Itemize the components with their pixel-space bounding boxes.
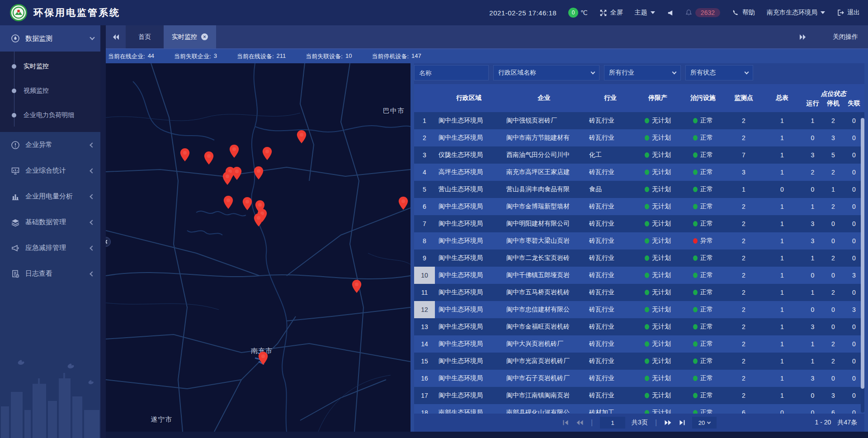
theme-dropdown[interactable]: 主题	[635, 9, 655, 17]
table-row[interactable]: 7 阆中生态环境局 阆中明阳建材有限公司 砖瓦行业 无计划	[414, 215, 864, 232]
map-pin-icon[interactable]	[229, 144, 240, 158]
notifications[interactable]: 2632	[685, 8, 720, 17]
sidebar-item-base-data[interactable]: 基础数据管理	[0, 209, 100, 235]
datetime: 2021-02-25 17:46:18	[489, 9, 557, 17]
scrollbar-thumb[interactable]	[861, 118, 864, 389]
tab-home[interactable]: 首页	[126, 25, 164, 48]
sidebar-item-emergency-reduction[interactable]: 应急减排管理	[0, 235, 100, 261]
help-button[interactable]: 帮助	[732, 9, 755, 17]
cell-region: 阆中生态环境局	[435, 306, 503, 314]
page-number-field[interactable]	[600, 417, 625, 429]
sidebar-item-logs[interactable]: 日志查看	[0, 261, 100, 287]
name-filter-input[interactable]	[419, 69, 484, 76]
map-pin-icon[interactable]	[203, 151, 214, 165]
tab-realtime-monitor[interactable]: 实时监控 ×	[164, 25, 216, 48]
table-row[interactable]: 17 阆中生态环境局 阆中市江南镇阆南页岩 砖瓦行业 无计划	[414, 387, 864, 404]
cell-points: 2	[726, 289, 762, 296]
table-row[interactable]: 13 阆中生态环境局 阆中市金福旺页岩机砖 砖瓦行业 无计划	[414, 318, 864, 335]
col-industry: 行业	[585, 84, 635, 112]
cell-stop-status: 无计划	[635, 409, 680, 414]
cell-industry: 砖瓦行业	[585, 340, 635, 348]
status-dot-icon	[693, 341, 698, 347]
prev-page-button[interactable]	[576, 419, 584, 426]
map-pin-icon[interactable]	[231, 166, 242, 180]
page-size-select[interactable]: 20	[692, 417, 717, 429]
table-scrollbar[interactable]	[861, 112, 864, 413]
status-value: 3	[214, 52, 217, 61]
table-row[interactable]: 10 阆中生态环境局 阆中千佛镇五郎垭页岩 砖瓦行业 无计划	[414, 267, 864, 284]
cell-stopped: 0	[823, 323, 844, 330]
cell-points: 2	[726, 134, 762, 141]
cell-run: 0	[802, 306, 823, 313]
cell-points: 2	[726, 254, 762, 262]
table-row[interactable]: 4 高坪生态环境局 南充市高坪区王家店建 砖瓦行业 无计划	[414, 164, 864, 181]
name-filter-field[interactable]	[414, 65, 489, 80]
table-row[interactable]: 8 阆中生态环境局 阆中市枣碧大梁山页岩 砖瓦行业 无计划	[414, 232, 864, 250]
cell-company: 阆中市忠信建材有限公	[503, 306, 585, 314]
last-page-button[interactable]	[679, 419, 686, 426]
cell-stop-status: 无计划	[635, 254, 680, 262]
industry-filter-select[interactable]: 所有行业	[604, 65, 681, 80]
cell-stopped: 2	[823, 340, 844, 348]
map-pin-icon[interactable]	[253, 213, 264, 227]
row-number: 13	[414, 318, 435, 335]
table-row[interactable]: 14 阆中生态环境局 阆中大兴页岩机砖厂 砖瓦行业 无计划	[414, 335, 864, 353]
first-page-icon	[562, 419, 569, 426]
table-row[interactable]: 18 南部生态环境局 南部县砚化山河有限公 砖材加工 无计划	[414, 404, 864, 414]
first-page-button[interactable]	[562, 419, 569, 426]
speaker-icon	[667, 9, 674, 16]
sidebar-item-power-load-detail[interactable]: 企业电力负荷明细	[0, 103, 100, 127]
cell-industry: 砖瓦行业	[585, 168, 635, 176]
cell-industry: 化工	[585, 151, 635, 159]
table-row[interactable]: 2 阆中生态环境局 阆中市南方节能建材有 砖瓦行业 无计划	[414, 129, 864, 146]
sidebar-item-video-monitor[interactable]: 视频监控	[0, 79, 100, 103]
map-pin-icon[interactable]	[258, 351, 269, 365]
sidebar-item-power-analysis[interactable]: 企业用电量分析	[0, 184, 100, 209]
cell-meters: 1	[762, 220, 802, 227]
table-row[interactable]: 12 阆中生态环境局 阆中市忠信建材有限公 砖瓦行业 无计划	[414, 301, 864, 318]
cell-run: 1	[802, 203, 823, 210]
map-pin-icon[interactable]	[253, 166, 264, 180]
next-page-button[interactable]	[664, 419, 672, 426]
sidebar-item-enterprise-abnormal[interactable]: 企业异常	[0, 132, 100, 158]
status-filter-select[interactable]: 所有状态	[685, 65, 753, 80]
sidebar-item-realtime-monitor[interactable]: 实时监控	[0, 54, 100, 79]
map-pin-icon[interactable]	[242, 197, 253, 211]
table-row[interactable]: 9 阆中生态环境局 阆中市二龙长宝页岩砖 砖瓦行业 无计划	[414, 250, 864, 267]
map-pin-icon[interactable]	[179, 148, 190, 162]
fullscreen-button[interactable]: 全屏	[599, 9, 623, 17]
table-row[interactable]: 1 阆中生态环境局 阆中强锐页岩砖厂 砖瓦行业 无计划	[414, 112, 864, 129]
row-number: 12	[414, 301, 435, 318]
map-pin-icon[interactable]	[398, 196, 409, 210]
row-number: 16	[414, 370, 435, 387]
cell-run: 1	[802, 358, 823, 365]
sidebar-item-enterprise-stats[interactable]: 企业综合统计	[0, 158, 100, 184]
tabs-scroll-right-button[interactable]	[793, 34, 813, 40]
map-pin-icon[interactable]	[351, 279, 362, 293]
close-operations-button[interactable]: 关闭操作	[833, 33, 858, 41]
logout-button[interactable]: 退出	[837, 9, 860, 17]
sidebar-item-data-monitor[interactable]: 数据监测	[0, 25, 100, 52]
cell-points: 2	[726, 203, 762, 210]
mute-button[interactable]	[667, 9, 674, 16]
table-row[interactable]: 11 阆中生态环境局 阆中市五马桥页岩机砖 砖瓦行业 无计划	[414, 284, 864, 301]
table-row[interactable]: 16 阆中生态环境局 阆中市石子页岩机砖厂 砖瓦行业 无计划	[414, 370, 864, 387]
table-row[interactable]: 15 阆中生态环境局 阆中市光富页岩机砖厂 砖瓦行业 无计划	[414, 353, 864, 370]
tabs-scroll-left-button[interactable]	[106, 25, 126, 48]
phone-icon	[732, 9, 739, 16]
table-row[interactable]: 3 仪陇生态环境局 西南油气田分公司川中 化工 无计划	[414, 146, 864, 164]
map-panel[interactable]: 巴中市 南充市 遂宁市	[106, 63, 410, 432]
map-pin-icon[interactable]	[262, 146, 273, 160]
table-row[interactable]: 5 营山生态环境局 营山县润丰肉食品有限 食品 无计划	[414, 181, 864, 198]
page-number-input[interactable]	[600, 419, 625, 426]
status-counter: 当前失联企业: 3	[174, 52, 217, 61]
cell-facility-status: 正常	[680, 168, 726, 176]
record-range-info: 1 - 20 共47条	[815, 419, 857, 427]
tab-close-icon[interactable]: ×	[201, 33, 208, 40]
cell-run: 1	[802, 117, 823, 124]
table-row[interactable]: 6 阆中生态环境局 阆中市金博瑞新型墙材 砖瓦行业 无计划	[414, 198, 864, 215]
map-pin-icon[interactable]	[296, 130, 307, 144]
org-dropdown[interactable]: 南充市生态环境局	[767, 9, 825, 17]
region-filter-select[interactable]: 行政区域名称	[493, 65, 599, 80]
map-pin-icon[interactable]	[223, 195, 234, 209]
